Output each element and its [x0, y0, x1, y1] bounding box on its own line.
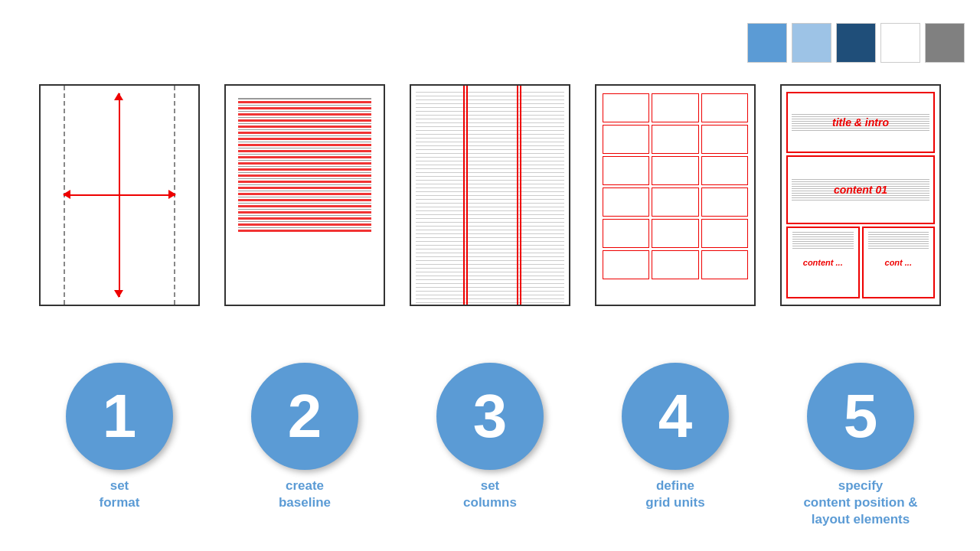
step-number-2: 2: [288, 386, 322, 447]
grid-row-4: [603, 187, 748, 217]
grid-row-5: [603, 219, 748, 248]
grid-cell: [603, 250, 649, 279]
step-number-4: 4: [658, 386, 693, 447]
step-item-1: 1 setformat: [32, 363, 207, 528]
step-label-4: definegrid units: [645, 478, 704, 511]
step-item-4: 4 definegrid units: [588, 363, 763, 528]
diagram-card-3: [403, 84, 577, 306]
content-split-row: content ... cont ...: [786, 227, 935, 298]
step-label-3: setcolumns: [463, 478, 517, 511]
step-item-3: 3 setcolumns: [403, 363, 577, 528]
swatch-blue: [747, 23, 787, 63]
grid-cell: [652, 156, 698, 185]
grid-cell: [603, 156, 649, 185]
grid-cell: [701, 250, 748, 279]
step-item-2: 2 createbaseline: [217, 363, 392, 528]
title-intro-label: title & intro: [788, 116, 933, 129]
swatch-dark-blue: [836, 23, 876, 63]
grid-row-2: [603, 125, 748, 154]
step-label-2: createbaseline: [279, 478, 331, 511]
content-right-block: cont ...: [862, 227, 936, 298]
diagram-card-4: [588, 84, 763, 306]
grid-row-3: [603, 156, 748, 185]
content-01-block: content 01: [786, 155, 935, 224]
step-label-5: specifycontent position &layout elements: [803, 478, 917, 528]
grid-cell: [603, 93, 649, 122]
grid-cell: [652, 219, 698, 248]
diagram-card-2: [217, 84, 392, 306]
title-intro-block: title & intro: [786, 92, 935, 153]
format-diagram: [39, 84, 200, 306]
col-line-1: [463, 86, 465, 305]
grid-cell: [652, 125, 698, 154]
grid-cell: [603, 187, 649, 217]
color-swatches: [747, 23, 965, 63]
arrow-vertical: [119, 93, 120, 297]
content-left-block: content ...: [786, 227, 860, 298]
content-diagram: title & intro content 01: [780, 84, 941, 306]
grid-cell: [603, 219, 649, 248]
grid-cell: [652, 250, 698, 279]
swatch-gray: [925, 23, 965, 63]
grid-cell: [701, 93, 748, 122]
content-left-label: content ...: [788, 258, 858, 267]
diagram-card-5: title & intro content 01: [773, 84, 948, 306]
step-circle-4: 4: [622, 363, 729, 470]
step-circles-row: 1 setformat 2 createbaseline 3 setcolumn…: [8, 363, 972, 528]
step-circle-2: 2: [251, 363, 358, 470]
content-01-label: content 01: [788, 184, 933, 196]
grid-cell: [652, 187, 698, 217]
swatch-white: [880, 23, 920, 63]
step-number-3: 3: [473, 386, 508, 447]
baseline-diagram: [224, 84, 385, 306]
step-circle-5: 5: [807, 363, 914, 470]
col-line-2: [466, 86, 468, 305]
grid-cell: [603, 125, 649, 154]
step-number-5: 5: [844, 386, 878, 447]
grid-cell: [701, 156, 748, 185]
step-circle-3: 3: [436, 363, 544, 470]
grid-diagram: [595, 84, 756, 306]
grid-cell: [652, 93, 698, 122]
step-number-1: 1: [103, 386, 137, 447]
diagram-card-1: [32, 84, 207, 306]
grid-row-6: [603, 250, 748, 279]
diagrams-row: title & intro content 01: [8, 84, 972, 306]
grid-cell: [701, 187, 748, 217]
content-right-label: cont ...: [864, 258, 934, 267]
swatch-light-blue: [792, 23, 831, 63]
grid-row-1: [603, 93, 748, 122]
columns-diagram: [410, 84, 570, 306]
col-line-4: [520, 86, 521, 305]
step-label-1: setformat: [100, 478, 140, 511]
step-item-5: 5 specifycontent position &layout elemen…: [773, 363, 948, 528]
grid-cell: [701, 125, 748, 154]
grid-cell: [701, 219, 748, 248]
step-circle-1: 1: [66, 363, 173, 470]
col-line-3: [517, 86, 518, 305]
